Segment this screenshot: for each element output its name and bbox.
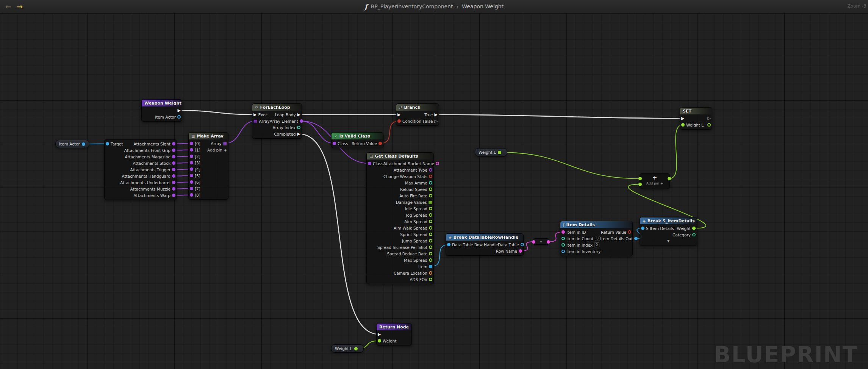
item-in-count-default-value[interactable]: 0 [595,236,600,241]
reload-speed-pin[interactable] [429,188,432,191]
attachments-magazine-pin[interactable] [172,155,175,158]
add-pin-button[interactable]: Add pin + [207,148,227,152]
array-pin[interactable]: ▦ [253,118,257,124]
item-details-node[interactable]: ƒItem DetailsItem in IDReturn ValueItem … [560,221,633,256]
pin-pin[interactable]: ▶ [378,331,381,338]
attachments-stock-pin[interactable] [172,161,175,165]
attachments-warp-pin[interactable] [172,194,175,197]
exec-pin[interactable]: ▶ [253,111,256,118]
item-details-out-pin[interactable] [634,237,638,240]
get-class-defaults-node[interactable]: ▤Get Class DefaultsClassAttachment Socke… [366,152,434,284]
item-in-id-pin[interactable] [561,230,565,234]
condition-pin[interactable] [397,119,401,123]
weight-l-pin[interactable] [681,123,685,127]
break-s-itemdetails-node[interactable]: ◈Break S_ItemDetailsS Item DetailsWeight… [640,217,697,246]
weight-l-pin[interactable] [354,347,358,350]
set-weight-l-node[interactable]: SET▶▷Weight L [680,107,712,130]
data-table-pin[interactable] [521,243,524,246]
max-spread-pin[interactable] [429,258,432,262]
attachment-type-pin[interactable] [429,168,432,172]
attachments-handguard-pin[interactable] [172,174,175,178]
s-item-details-pin[interactable] [641,227,644,230]
var-get-weight-l-2[interactable]: Weight L [331,344,364,353]
pin-pin[interactable]: ▶ [178,107,181,114]
completed-pin[interactable]: ▶ [297,131,300,137]
jump-spread-pin[interactable] [429,239,432,242]
attachments-trigger-pin[interactable] [172,168,175,171]
2-pin[interactable] [190,155,193,158]
attachments-getter-node[interactable]: TargetAttachments SightAttachments Front… [104,139,177,200]
item-actor-pin[interactable] [82,142,85,146]
auto-fire-rate-pin[interactable] [429,194,432,197]
0-pin[interactable] [190,142,193,145]
attachments-sight-pin[interactable] [172,142,175,145]
array-pin[interactable]: ▦ [223,140,227,147]
attachments-muzzle-pin[interactable] [172,187,175,191]
array-index-pin[interactable] [297,126,300,129]
reroute-pin[interactable] [532,240,535,244]
return-value-pin[interactable] [378,142,382,145]
damage-values-pin[interactable]: ▦ [429,199,432,205]
aim-spread-pin[interactable] [429,220,432,223]
return-value-pin[interactable] [628,230,631,234]
var-get-item-actor[interactable]: Item Actor [55,140,89,148]
reroute-pin[interactable] [547,240,550,244]
break-datatablerowhandle-node[interactable]: ◈Break DataTableRowHandleData Table Row … [446,233,524,256]
6-pin[interactable] [190,180,193,184]
float-pin[interactable] [668,177,671,180]
7-pin[interactable] [190,187,193,190]
8-pin[interactable] [190,193,193,197]
item-in-inventory-pin[interactable] [561,250,565,253]
class-pin[interactable] [368,162,371,165]
item-in-index-default-value[interactable]: 0 [594,242,599,247]
item-pin[interactable] [429,265,432,268]
3-pin[interactable] [190,161,193,164]
aim-walk-spread-pin[interactable] [429,226,432,230]
event-weapon-weight-node[interactable]: Weapon Weight▶Item Actor [141,99,182,122]
change-weapon-stats-pin[interactable] [429,175,432,178]
pin-pin[interactable]: ▶ [397,111,400,118]
item-actor-pin[interactable] [177,115,181,119]
data-table-row-handle-pin[interactable] [447,243,450,246]
add-pin-button[interactable]: Add pin + [640,181,669,186]
loop-body-pin[interactable]: ▶ [297,111,300,118]
sprint-spread-pin[interactable] [429,233,432,236]
ads-fov-pin[interactable] [429,278,432,281]
row-name-pin[interactable] [519,249,522,253]
spread-increase-per-shot-pin[interactable] [429,245,432,249]
4-pin[interactable] [190,167,193,171]
return-node[interactable]: Return Node▶Weight [376,323,412,346]
pin-pin[interactable]: ▷ [708,115,711,122]
5-pin[interactable] [190,174,193,177]
array-element-pin[interactable] [300,119,303,123]
attachments-underbarrel-pin[interactable] [172,181,175,184]
weight-l-pin[interactable] [498,151,501,154]
spread-reduce-rate-pin[interactable] [429,252,432,255]
foreachloop-node[interactable]: ↻ForEachLoop▶ExecLoop Body▶▦ArrayArray E… [252,103,302,139]
true-pin[interactable]: ▶ [435,111,438,118]
camera-location-pin[interactable] [429,271,432,275]
pin-pin[interactable] [707,123,711,127]
forward-button[interactable]: → [17,3,23,10]
category-pin[interactable] [692,233,696,236]
item-in-count-pin[interactable] [561,237,565,240]
add-float-node[interactable]: +Add pin + [640,173,670,189]
max-ammo-pin[interactable] [429,181,432,184]
weight-pin[interactable] [692,227,696,230]
is-valid-class-node[interactable]: ✓Is Valid ClassClassReturn Value [331,132,383,148]
class-pin[interactable] [333,142,336,145]
var-get-weight-l[interactable]: Weight L [475,148,507,156]
float-pin[interactable] [638,177,642,180]
graph-canvas[interactable]: BLUEPRINT Weapon Weight▶Item ActorItem A… [0,13,868,369]
float-pin[interactable] [638,183,642,186]
breadcrumb-parent[interactable]: BP_PlayerInventoryComponent [371,3,453,9]
back-button[interactable]: ← [5,3,11,10]
weight-pin[interactable] [378,339,381,342]
pin-pin[interactable]: ▶ [681,115,684,122]
target-pin[interactable] [106,142,109,145]
attachments-front-grip-pin[interactable] [172,149,175,152]
expand-node-icon[interactable]: ▼ [667,239,669,243]
branch-node[interactable]: ⇄Branch▶True▶ConditionFalse▷ [396,103,439,126]
false-pin[interactable]: ▷ [435,118,438,124]
attachment-socket-name-pin[interactable] [436,162,439,165]
